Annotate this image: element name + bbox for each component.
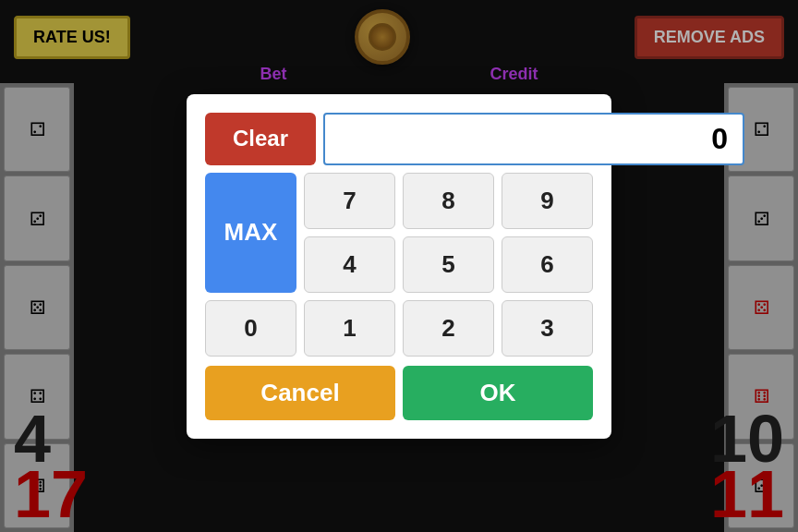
display-input <box>323 113 744 165</box>
numpad-grid: MAX 7 8 9 4 5 6 0 1 2 3 <box>205 173 593 357</box>
modal-overlay: Clear MAX 7 8 9 4 5 6 0 1 2 3 Cancel OK <box>0 0 798 532</box>
key-9-button[interactable]: 9 <box>502 173 593 229</box>
key-4-button[interactable]: 4 <box>304 236 395 293</box>
modal-actions: Cancel OK <box>205 366 593 420</box>
numpad-modal: Clear MAX 7 8 9 4 5 6 0 1 2 3 Cancel OK <box>187 94 611 439</box>
cancel-button[interactable]: Cancel <box>205 366 395 420</box>
key-5-button[interactable]: 5 <box>403 236 494 293</box>
clear-button[interactable]: Clear <box>205 113 316 165</box>
max-button[interactable]: MAX <box>205 173 296 293</box>
key-0-button[interactable]: 0 <box>205 300 296 357</box>
key-6-button[interactable]: 6 <box>502 236 593 293</box>
key-3-button[interactable]: 3 <box>502 300 593 357</box>
modal-top-row: Clear <box>205 113 593 165</box>
ok-button[interactable]: OK <box>403 366 593 420</box>
key-1-button[interactable]: 1 <box>304 300 395 357</box>
key-7-button[interactable]: 7 <box>304 173 395 229</box>
key-8-button[interactable]: 8 <box>403 173 494 229</box>
key-2-button[interactable]: 2 <box>403 300 494 357</box>
